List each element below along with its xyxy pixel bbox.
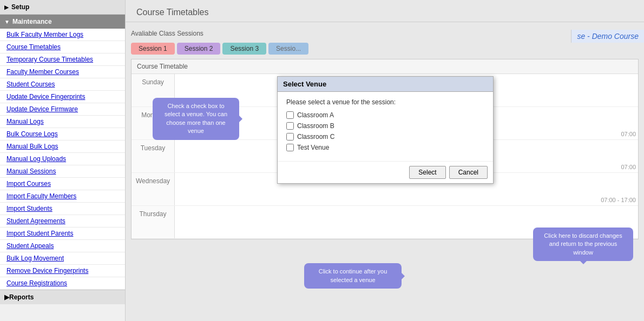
venue-option-classroom-a: Classroom A: [286, 111, 484, 119]
maintenance-arrow-icon: ▼: [4, 19, 10, 25]
dialog-footer: Select Cancel: [278, 161, 493, 183]
demo-course-banner: se - Demo Course: [571, 30, 644, 43]
session-tab-4[interactable]: Sessio...: [268, 43, 308, 55]
content-area: se - Demo Course Avaliable Class Session…: [126, 22, 644, 321]
venue-option-classroom-b: Classroom B: [286, 122, 484, 130]
sidebar-item-bulk-course-logs[interactable]: Bulk Course Logs: [0, 128, 125, 141]
venue-option-classroom-c: Classroom C: [286, 133, 484, 141]
main-content: Course Timetables se - Demo Course Avali…: [126, 0, 644, 321]
venue-checkbox-test-venue[interactable]: [286, 144, 294, 151]
sidebar-item-remove-device-fingerprints[interactable]: Remove Device Fingerprints: [0, 265, 125, 277]
timetable-header: Course Timetable: [132, 59, 638, 74]
sidebar-item-student-courses[interactable]: Student Courses: [0, 78, 125, 91]
sidebar-item-manual-log-uploads[interactable]: Manual Log Uploads: [0, 153, 125, 165]
dialog-body: Please select a venue for the session: C…: [278, 92, 493, 161]
time-wednesday: 07:00 - 17:00: [601, 197, 636, 203]
sidebar-item-bulk-log-movement[interactable]: Bulk Log Movement: [0, 252, 125, 265]
venue-label-classroom-a: Classroom A: [297, 111, 334, 119]
sidebar-item-manual-logs[interactable]: Manual Logs: [0, 116, 125, 128]
sidebar-item-student-agreements[interactable]: Student Agreements: [0, 215, 125, 228]
sessions-header: Avaliable Class Sessions: [131, 28, 639, 39]
venue-checkbox-classroom-b[interactable]: [286, 122, 294, 130]
cancel-button[interactable]: Cancel: [449, 166, 488, 179]
maintenance-label: Maintenance: [12, 18, 52, 25]
sidebar-reports-footer[interactable]: ▶ Reports: [0, 290, 125, 304]
tooltip-discard: Click here to discard changes and return…: [533, 228, 633, 261]
day-label-tuesday: Tuesday: [132, 140, 175, 172]
sidebar-item-course-timetables[interactable]: Course Timetables: [0, 41, 125, 54]
sidebar-item-course-registrations[interactable]: Course Registrations: [0, 277, 125, 290]
select-button[interactable]: Select: [409, 166, 445, 179]
session-tab-1[interactable]: Session 1: [131, 43, 175, 55]
sidebar-setup-header[interactable]: ▶ Setup: [0, 0, 125, 15]
sidebar-item-update-device-firmware[interactable]: Update Device Firmware: [0, 103, 125, 116]
sidebar: ▶ Setup ▼ Maintenance Bulk Faculty Membe…: [0, 0, 126, 321]
day-label-thursday: Thursday: [132, 206, 175, 238]
sidebar-item-manual-sessions[interactable]: Manual Sessions: [0, 165, 125, 178]
sidebar-item-import-students[interactable]: Import Students: [0, 203, 125, 215]
reports-label: Reports: [9, 293, 34, 301]
sidebar-item-temp-course-timetables[interactable]: Temporary Course Timetables: [0, 54, 125, 66]
sidebar-item-import-student-parents[interactable]: Import Student Parents: [0, 228, 125, 240]
reports-arrow-icon: ▶: [4, 293, 9, 301]
day-label-wednesday: Wednesday: [132, 173, 175, 205]
venue-label-classroom-c: Classroom C: [297, 133, 334, 141]
session-tab-3[interactable]: Session 3: [222, 43, 266, 55]
tooltip-select-venue: Check a check box to select a venue. You…: [153, 98, 239, 140]
venue-label-classroom-b: Classroom B: [297, 122, 334, 130]
sidebar-item-student-appeals[interactable]: Student Appeals: [0, 240, 125, 252]
sidebar-item-import-faculty-members[interactable]: Import Faculty Members: [0, 190, 125, 203]
dialog-title: Select Venue: [278, 77, 493, 92]
setup-label: Setup: [11, 3, 29, 11]
dialog-instruction: Please select a venue for the session:: [286, 98, 484, 106]
select-venue-dialog: Select Venue Please select a venue for t…: [277, 76, 494, 184]
sidebar-item-manual-bulk-logs[interactable]: Manual Bulk Logs: [0, 141, 125, 153]
venue-checkbox-classroom-c[interactable]: [286, 133, 294, 141]
time-tuesday: 07:00: [621, 164, 636, 170]
sidebar-item-import-courses[interactable]: Import Courses: [0, 178, 125, 190]
sidebar-item-faculty-member-courses[interactable]: Faculty Member Courses: [0, 66, 125, 78]
venue-option-test-venue: Test Venue: [286, 144, 484, 151]
venue-checkbox-classroom-a[interactable]: [286, 111, 294, 119]
sidebar-maintenance-header[interactable]: ▼ Maintenance: [0, 15, 125, 29]
session-tab-2[interactable]: Session 2: [177, 43, 221, 55]
session-tabs: Session 1 Session 2 Session 3 Sessio...: [131, 43, 639, 55]
setup-arrow-icon: ▶: [4, 4, 9, 10]
sidebar-item-update-device-fingerprints[interactable]: Update Device Fingerprints: [0, 91, 125, 103]
sidebar-item-bulk-faculty-logs[interactable]: Bulk Faculty Member Logs: [0, 29, 125, 41]
tooltip-continue: Click to continue after you selected a v…: [304, 263, 402, 289]
page-title: Course Timetables: [126, 0, 644, 22]
venue-label-test-venue: Test Venue: [297, 144, 329, 151]
time-monday: 07:00: [621, 131, 636, 137]
